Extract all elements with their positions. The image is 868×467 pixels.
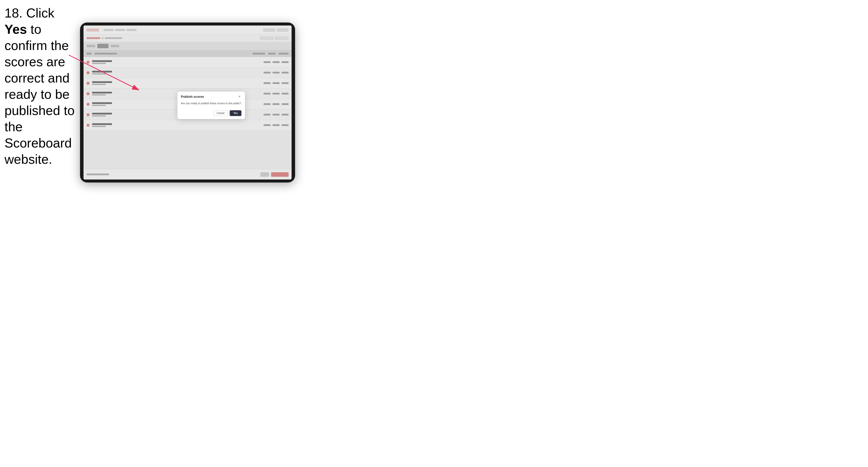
tablet-screen: Publish scores × Are you ready to publis… <box>84 26 291 180</box>
bold-yes: Yes <box>4 22 27 36</box>
modal-title: Publish scores <box>181 95 204 98</box>
modal-header: Publish scores × <box>178 92 245 100</box>
step-number: 18. <box>4 6 23 20</box>
modal-close-button[interactable]: × <box>238 94 242 98</box>
modal-body: Are you ready to publish these scores to… <box>178 100 245 109</box>
modal-message: Are you ready to publish these scores to… <box>181 101 242 105</box>
modal-footer: Cancel Yes <box>178 109 245 119</box>
instruction-text: 18. Click Yes to confirm the scores are … <box>4 5 77 167</box>
cancel-button[interactable]: Cancel <box>213 110 227 116</box>
tablet-device: Publish scores × Are you ready to publis… <box>80 23 295 183</box>
publish-scores-modal: Publish scores × Are you ready to publis… <box>178 92 245 119</box>
yes-button[interactable]: Yes <box>229 110 241 116</box>
